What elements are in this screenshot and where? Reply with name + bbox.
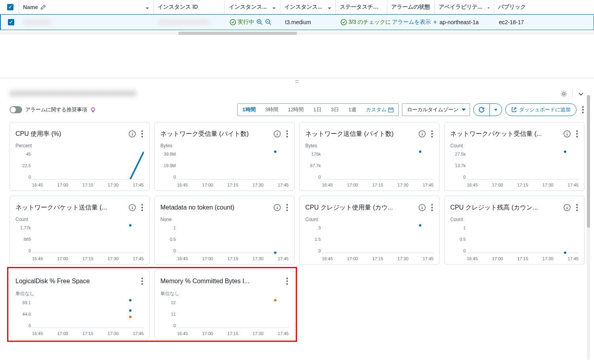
time-1h[interactable]: 1時間 (238, 104, 260, 116)
chart-title: Metadata no token (count) (160, 204, 274, 211)
col-instance-id[interactable]: インスタンス ID (154, 0, 225, 14)
add-to-dashboard-button[interactable]: ダッシュボードに追加 (505, 103, 577, 116)
select-all-cell[interactable] (3, 0, 19, 14)
chart-menu[interactable] (574, 201, 579, 214)
chart-menu[interactable] (429, 201, 434, 214)
refresh-dropdown[interactable] (490, 104, 502, 116)
detail-title-blur: XXXXXXXXXXXXXXXXXXXXXXXX (10, 89, 136, 98)
chart-unit: Bytes (160, 143, 289, 149)
chart-card[interactable]: Memory % Committed Bytes I...単位なし2211016… (154, 269, 295, 339)
check-circle-icon (341, 19, 347, 25)
refresh-icon (478, 107, 485, 113)
chart-menu[interactable] (429, 127, 434, 141)
col-status-check[interactable]: ステータスチェック (336, 0, 387, 14)
chart-body: 175k87.7k016:4517:0017:1517:3017:45 (305, 152, 434, 187)
chart-menu[interactable] (284, 201, 289, 214)
table-header-row: Name インスタンス ID インスタンス... インスタンス... ステータス… (0, 0, 594, 14)
alarm-view-link[interactable]: アラームを表示 (392, 19, 431, 26)
alarm-recommendations-toggle[interactable]: アラームに関する推奨事項 (10, 106, 96, 113)
chart-card[interactable]: ネットワークパケット送信量 (...Count1.77k885016:4517:… (10, 196, 150, 265)
chart-card[interactable]: LogicalDisk % Free Space単位なし89.144.6016:… (10, 269, 150, 339)
chart-menu[interactable] (284, 127, 289, 141)
instance-id-blur (158, 19, 210, 25)
chart-card[interactable]: ネットワーク送信量 (バイト数)Bytes175k87.7k016:4517:0… (299, 122, 440, 191)
chart-unit: Count (15, 217, 144, 222)
info-icon[interactable] (564, 204, 571, 211)
chart-body: 31.5016:4517:0017:1517:3017:45 (305, 225, 434, 261)
refresh-button[interactable] (474, 104, 490, 116)
chevron-down-icon[interactable] (577, 90, 584, 97)
calendar-icon (388, 107, 394, 112)
chart-body: 89.144.6016:4517:0017:1517:3017:45 (15, 300, 144, 336)
col-public[interactable]: パブリック (494, 0, 526, 14)
info-icon[interactable] (129, 130, 136, 137)
chart-title: ネットワークパケット受信量 (... (450, 130, 564, 138)
zoom-in-icon[interactable] (257, 19, 263, 25)
status-check-ok: 3/3 のチェックに (341, 19, 391, 26)
info-icon[interactable] (129, 204, 136, 211)
chart-title: CPU 使用率 (%) (15, 130, 129, 138)
horizontal-scrollbar[interactable] (0, 32, 594, 35)
time-3d[interactable]: 3日 (326, 104, 344, 116)
chart-card[interactable]: CPU クレジット残高 (カウン...Count10.5016:4517:001… (444, 196, 584, 265)
chart-card[interactable]: CPU 使用率 (%)Percent4522.5016:4517:0017:15… (10, 122, 150, 191)
svg-point-5 (91, 108, 95, 111)
instance-table: Name インスタンス ID インスタンス... インスタンス... ステータス… (0, 0, 594, 38)
sort-icon[interactable] (487, 5, 490, 9)
chart-unit: None (160, 217, 289, 222)
panel-drag-handle[interactable] (0, 78, 594, 85)
gear-icon[interactable] (560, 90, 567, 97)
chart-menu[interactable] (139, 127, 144, 141)
checkbox-checked-icon[interactable] (7, 4, 13, 10)
sort-icon[interactable] (327, 5, 331, 9)
checkbox-checked-icon[interactable] (8, 19, 14, 25)
chart-unit: Count (450, 143, 579, 149)
chevron-down-icon (494, 108, 498, 112)
timezone-select[interactable]: ローカルタイムゾーン (402, 103, 470, 116)
info-icon[interactable] (274, 204, 281, 211)
external-icon (511, 107, 517, 112)
time-custom[interactable]: カスタム (361, 104, 398, 116)
chart-body: 27.5k13.7k016:4517:0017:1517:3017:45 (450, 152, 579, 187)
table-row[interactable]: 実行中 t3.medium 3/3 のチェックに アラームを表示 + ap-no… (0, 14, 594, 30)
chart-title: ネットワーク送信量 (バイト数) (305, 130, 419, 138)
toggle-off[interactable] (10, 106, 22, 113)
chart-menu[interactable] (139, 201, 144, 214)
time-12h[interactable]: 12時間 (283, 104, 308, 116)
time-3h[interactable]: 3時間 (261, 104, 283, 116)
sort-icon[interactable] (145, 5, 149, 9)
col-availability[interactable]: アベイラビリテ... (435, 0, 494, 14)
chart-unit: Bytes (305, 143, 434, 149)
chart-card[interactable]: ネットワークパケット受信量 (...Count27.5k13.7k016:451… (444, 122, 584, 191)
col-instance-state[interactable]: インスタンス... (225, 0, 280, 14)
vertical-scrollbar[interactable] (587, 95, 590, 349)
chart-unit: Percent (15, 143, 144, 149)
info-icon[interactable] (564, 130, 571, 137)
pencil-icon[interactable] (40, 4, 46, 10)
col-instance-type[interactable]: インスタンス... (280, 0, 336, 14)
info-icon[interactable] (419, 204, 426, 211)
col-name-label: Name (23, 4, 38, 10)
time-1d[interactable]: 1日 (308, 104, 326, 116)
sort-icon[interactable] (272, 5, 276, 9)
chart-card[interactable]: CPU クレジット使用量 (カウ...Count31.5016:4517:001… (299, 196, 440, 265)
time-range-selector: 1時間 3時間 12時間 1日 3日 1週 カスタム (237, 103, 399, 116)
col-name[interactable]: Name (19, 0, 154, 14)
more-menu[interactable] (580, 103, 584, 116)
zoom-out-icon[interactable] (265, 19, 272, 25)
chart-menu[interactable] (574, 127, 579, 141)
chart-menu[interactable] (139, 274, 144, 288)
info-icon[interactable] (274, 130, 281, 137)
refresh-button-group (473, 103, 502, 116)
chart-body: 39.8M19.9M016:4517:0017:1517:3017:45 (160, 152, 289, 187)
chart-card[interactable]: Metadata no token (count)None10.5016:451… (154, 196, 295, 265)
chart-card[interactable]: ネットワーク受信量 (バイト数)Bytes39.8M19.9M016:4517:… (154, 122, 295, 191)
chart-menu[interactable] (284, 274, 289, 288)
controls-row: アラームに関する推奨事項 1時間 3時間 12時間 1日 3日 1週 カスタム … (0, 103, 594, 122)
detail-header: XXXXXXXXXXXXXXXXXXXXXXXX (0, 85, 594, 103)
chart-container: CPU 使用率 (%)Percent4522.5016:4517:0017:15… (0, 122, 594, 349)
col-alarm-state[interactable]: アラームの状態 (387, 0, 435, 14)
public-dns: ec2-18-17 (499, 19, 524, 25)
info-icon[interactable] (419, 130, 426, 137)
time-1w[interactable]: 1週 (344, 104, 361, 116)
